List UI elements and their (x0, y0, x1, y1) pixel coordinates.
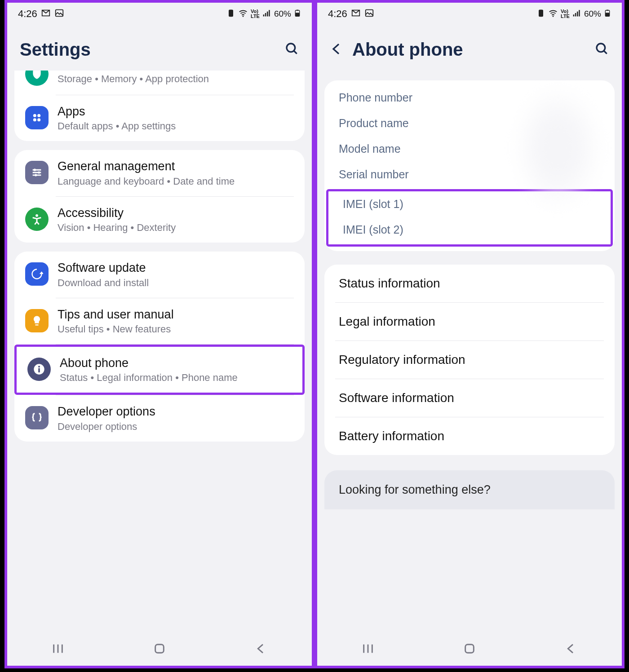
settings-item-sub: Developer options (58, 421, 294, 433)
settings-item-title: Tips and user manual (58, 307, 294, 322)
svg-rect-4 (265, 13, 266, 17)
settings-item-sub: Vision • Hearing • Dexterity (58, 222, 294, 234)
settings-item-device-care[interactable]: Storage • Memory • App protection (14, 71, 305, 95)
svg-rect-38 (605, 13, 609, 16)
svg-point-13 (37, 114, 40, 117)
image-icon (54, 8, 64, 20)
status-time: 4:26 (18, 8, 37, 20)
about-phone-screen: 4:26 Vo)LTE 60% About phone Ph (316, 2, 623, 667)
volte-icon: Vo)LTE (561, 9, 570, 19)
settings-item-accessibility[interactable]: Accessibility Vision • Hearing • Dexteri… (14, 197, 305, 243)
svg-rect-3 (263, 14, 265, 16)
sliders-icon (25, 161, 49, 184)
svg-point-15 (37, 118, 40, 121)
settings-item-title: Software update (58, 261, 294, 275)
page-title: About phone (352, 40, 595, 60)
list-item-legal[interactable]: Legal information (324, 303, 615, 340)
settings-item-sub: Status • Legal information • Phone name (60, 372, 292, 384)
home-button[interactable] (462, 641, 477, 658)
volte-icon: Vo)LTE (251, 9, 260, 19)
back-icon[interactable] (330, 42, 344, 58)
card-general: General management Language and keyboard… (14, 150, 305, 243)
signal-icon (262, 9, 271, 20)
svg-point-19 (34, 169, 36, 171)
list-item-regulatory[interactable]: Regulatory information (324, 341, 615, 379)
battery-icon (294, 8, 301, 21)
battery-percent: 60% (584, 9, 601, 19)
settings-item-developer-options[interactable]: Developer options Developer options (14, 395, 305, 441)
svg-point-22 (35, 214, 38, 217)
svg-rect-35 (577, 11, 578, 16)
nav-bar (7, 633, 312, 666)
settings-item-title: About phone (60, 356, 292, 370)
home-button[interactable] (152, 641, 167, 658)
svg-rect-39 (607, 9, 608, 10)
svg-point-20 (38, 172, 40, 174)
list-item-software[interactable]: Software information (324, 379, 615, 417)
info-list-card: Status information Legal information Reg… (324, 265, 615, 455)
settings-item-about-phone[interactable]: About phone Status • Legal information •… (14, 345, 305, 395)
svg-rect-5 (267, 11, 268, 16)
apps-icon (25, 106, 49, 129)
svg-rect-9 (297, 9, 298, 10)
svg-rect-45 (465, 645, 474, 653)
settings-item-sub: Default apps • App settings (58, 120, 294, 132)
svg-rect-25 (38, 368, 40, 372)
settings-item-sub: Language and keyboard • Date and time (58, 176, 294, 187)
svg-rect-29 (155, 645, 164, 653)
back-button[interactable] (564, 641, 578, 658)
svg-point-32 (553, 15, 554, 17)
settings-item-apps[interactable]: Apps Default apps • App settings (14, 95, 305, 141)
settings-item-sub: Useful tips • New features (58, 323, 294, 335)
nav-bar (317, 633, 622, 666)
card-device-care: Storage • Memory • App protection Apps D… (14, 71, 305, 141)
svg-rect-8 (295, 13, 299, 16)
footer-prompt[interactable]: Looking for something else? (324, 470, 615, 509)
settings-item-sub: Storage • Memory • App protection (58, 73, 209, 85)
settings-item-title: Apps (58, 104, 294, 119)
settings-item-title: Developer options (58, 404, 294, 419)
svg-rect-31 (539, 9, 543, 17)
list-item-status[interactable]: Status information (324, 265, 615, 302)
wifi-icon (548, 8, 558, 20)
settings-item-software-update[interactable]: Software update Download and install (14, 252, 305, 297)
svg-rect-33 (573, 14, 575, 16)
back-button[interactable] (254, 641, 268, 658)
svg-point-2 (243, 15, 244, 17)
svg-line-11 (294, 51, 297, 54)
page-title: Settings (20, 40, 285, 60)
braces-icon (25, 406, 49, 429)
svg-point-12 (33, 114, 36, 117)
svg-line-41 (604, 51, 607, 54)
info-imei-slot2[interactable]: IMEI (slot 2) (328, 217, 611, 244)
signal-icon (572, 9, 581, 20)
gmail-icon (351, 8, 361, 20)
settings-item-general-management[interactable]: General management Language and keyboard… (14, 150, 305, 196)
search-icon[interactable] (285, 42, 299, 58)
recent-apps-button[interactable] (361, 641, 375, 658)
settings-item-tips[interactable]: Tips and user manual Useful tips • New f… (14, 298, 305, 344)
svg-rect-34 (575, 13, 576, 17)
image-icon (364, 8, 374, 20)
battery-percent: 60% (274, 9, 291, 19)
device-info-card: Phone number Product name Model name Ser… (324, 80, 615, 251)
status-bar: 4:26 Vo)LTE 60% (7, 3, 312, 25)
settings-item-title: General management (58, 159, 294, 173)
recent-apps-button[interactable] (51, 641, 65, 658)
bulb-icon (25, 309, 49, 332)
card-system: Software update Download and install Tip… (14, 252, 305, 442)
svg-point-10 (287, 44, 295, 52)
svg-point-24 (38, 366, 40, 367)
accessibility-icon (25, 208, 49, 231)
svg-rect-1 (229, 9, 233, 17)
settings-screen: 4:26 Vo)LTE 60% Settings St (6, 2, 313, 667)
header: About phone (317, 25, 622, 71)
battery-icon (604, 8, 611, 21)
battery-saver-icon (536, 9, 545, 20)
shield-icon (25, 71, 49, 86)
svg-point-21 (35, 174, 37, 177)
status-time: 4:26 (328, 8, 347, 20)
list-item-battery[interactable]: Battery information (324, 417, 615, 455)
search-icon[interactable] (595, 42, 609, 58)
svg-point-14 (33, 118, 36, 121)
